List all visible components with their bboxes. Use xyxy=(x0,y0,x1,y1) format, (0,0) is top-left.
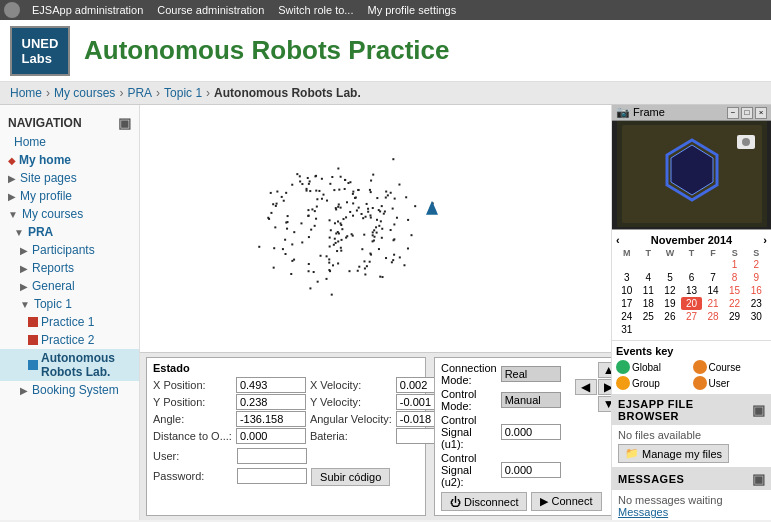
down-arrow-button[interactable]: ▼ xyxy=(598,396,611,412)
conn-mode-value[interactable] xyxy=(501,366,561,382)
cal-day[interactable]: 9 xyxy=(745,271,767,284)
cal-day[interactable]: 4 xyxy=(638,271,660,284)
cal-day[interactable]: 19 xyxy=(659,297,681,310)
control-main: Connection Mode: Control Mode: Control S… xyxy=(441,362,565,488)
dist-value[interactable] xyxy=(236,428,306,444)
frame-min-button[interactable]: − xyxy=(727,107,739,119)
cal-day[interactable]: 6 xyxy=(681,271,703,284)
sidebar-item-participants[interactable]: ▶ Participants xyxy=(0,241,139,259)
sidebar-item-booking[interactable]: ▶ Booking System xyxy=(0,381,139,399)
global-label: Global xyxy=(632,362,661,373)
sig1-value[interactable] xyxy=(501,424,561,440)
cal-day[interactable]: 27 xyxy=(681,310,703,323)
user-input[interactable] xyxy=(237,448,307,464)
ctrl-mode-value[interactable] xyxy=(501,392,561,408)
cal-day xyxy=(659,258,681,271)
group-dot xyxy=(616,376,630,390)
cal-day[interactable]: 5 xyxy=(659,271,681,284)
cal-day[interactable]: 31 xyxy=(616,323,638,336)
header: UNEDLabs Autonomous Robots Practice xyxy=(0,20,771,82)
cal-day xyxy=(659,323,681,336)
breadcrumb-home[interactable]: Home xyxy=(10,86,42,100)
estado-auth: User: Password: Subir código xyxy=(153,448,419,486)
cal-day[interactable]: 25 xyxy=(638,310,660,323)
xpos-value[interactable] xyxy=(236,377,306,393)
event-user: User xyxy=(693,376,768,390)
sidebar-item-pra[interactable]: ▼ PRA xyxy=(0,223,139,241)
cal-day[interactable]: 30 xyxy=(745,310,767,323)
admin-bar-switch[interactable]: Switch role to... xyxy=(272,3,359,17)
admin-bar-profile[interactable]: My profile settings xyxy=(361,3,462,17)
cal-day[interactable]: 23 xyxy=(745,297,767,310)
breadcrumb-mycourses[interactable]: My courses xyxy=(54,86,115,100)
sidebar-item-home[interactable]: Home xyxy=(0,133,139,151)
sidebar-item-practice1[interactable]: Practice 1 xyxy=(0,313,139,331)
cal-day[interactable]: 20 xyxy=(681,297,703,310)
right-arrow-button[interactable]: ▶ xyxy=(598,379,611,395)
connect-button[interactable]: ▶ Connect xyxy=(531,492,601,511)
messages-link[interactable]: Messages xyxy=(618,506,668,518)
cal-day[interactable]: 7 xyxy=(702,271,724,284)
sidebar-item-myhome[interactable]: ◆ My home xyxy=(0,151,139,169)
cal-day[interactable]: 3 xyxy=(616,271,638,284)
angle-value[interactable] xyxy=(236,411,306,427)
sidebar-item-general[interactable]: ▶ General xyxy=(0,277,139,295)
sidebar-item-practice2[interactable]: Practice 2 xyxy=(0,331,139,349)
cal-day[interactable]: 12 xyxy=(659,284,681,297)
cal-day[interactable]: 28 xyxy=(702,310,724,323)
cal-day[interactable]: 24 xyxy=(616,310,638,323)
cal-day[interactable]: 13 xyxy=(681,284,703,297)
manage-files-button[interactable]: 📁 Manage my files xyxy=(618,444,729,463)
cal-day[interactable]: 22 xyxy=(724,297,746,310)
sig2-value[interactable] xyxy=(501,462,561,478)
frame-close-button[interactable]: × xyxy=(755,107,767,119)
sidebar-item-mycourses[interactable]: ▼ My courses xyxy=(0,205,139,223)
control-grid: Connection Mode: Control Mode: Control S… xyxy=(441,362,565,488)
admin-bar-course[interactable]: Course administration xyxy=(151,3,270,17)
breadcrumb-topic1[interactable]: Topic 1 xyxy=(164,86,202,100)
scatter-plot xyxy=(140,105,611,352)
sidebar-item-myprofile[interactable]: ▶ My profile xyxy=(0,187,139,205)
cal-day[interactable]: 1 xyxy=(724,258,746,271)
password-input[interactable] xyxy=(237,468,307,484)
events-key-title: Events key xyxy=(616,345,767,357)
cal-prev[interactable]: ‹ xyxy=(616,234,620,246)
subir-button[interactable]: Subir código xyxy=(311,468,390,486)
cal-day[interactable]: 11 xyxy=(638,284,660,297)
cal-next[interactable]: › xyxy=(763,234,767,246)
breadcrumb-pra[interactable]: PRA xyxy=(127,86,152,100)
course-label: Course xyxy=(709,362,741,373)
cal-day[interactable]: 16 xyxy=(745,284,767,297)
sig2-label: Control Signal (u2): xyxy=(441,452,497,488)
frame-max-button[interactable]: □ xyxy=(741,107,753,119)
ypos-value[interactable] xyxy=(236,394,306,410)
cal-day[interactable]: 29 xyxy=(724,310,746,323)
cal-day[interactable]: 8 xyxy=(724,271,746,284)
svg-point-5 xyxy=(742,138,750,146)
messages-toggle[interactable]: ▣ xyxy=(752,471,766,487)
cal-day[interactable]: 17 xyxy=(616,297,638,310)
ejsapp-content: No files available 📁 Manage my files xyxy=(612,425,771,467)
sidebar-item-reports[interactable]: ▶ Reports xyxy=(0,259,139,277)
cal-day[interactable]: 21 xyxy=(702,297,724,310)
cal-day xyxy=(681,323,703,336)
cal-day[interactable]: 15 xyxy=(724,284,746,297)
camera-image xyxy=(612,121,771,227)
up-arrow-button[interactable]: ▲ xyxy=(598,362,611,378)
ejsapp-toggle[interactable]: ▣ xyxy=(752,402,766,418)
cal-day[interactable]: 10 xyxy=(616,284,638,297)
sidebar-item-sitepages[interactable]: ▶ Site pages xyxy=(0,169,139,187)
sidebar-item-autonomous[interactable]: AutonomousRobots Lab. xyxy=(0,349,139,381)
cal-day[interactable]: 2 xyxy=(745,258,767,271)
nav-toggle[interactable]: ▣ xyxy=(118,115,131,131)
disconnect-button[interactable]: ⏻ Disconnect xyxy=(441,492,527,511)
admin-bar-ejsapp[interactable]: EJSApp administration xyxy=(26,3,149,17)
frame-label: 📷 Frame xyxy=(616,106,665,119)
cal-day[interactable]: 18 xyxy=(638,297,660,310)
cal-day[interactable]: 14 xyxy=(702,284,724,297)
estado-title: Estado xyxy=(153,362,419,374)
sidebar-item-topic1[interactable]: ▼ Topic 1 xyxy=(0,295,139,313)
cal-day[interactable]: 26 xyxy=(659,310,681,323)
cal-day xyxy=(616,258,638,271)
left-arrow-button[interactable]: ◀ xyxy=(575,379,597,395)
